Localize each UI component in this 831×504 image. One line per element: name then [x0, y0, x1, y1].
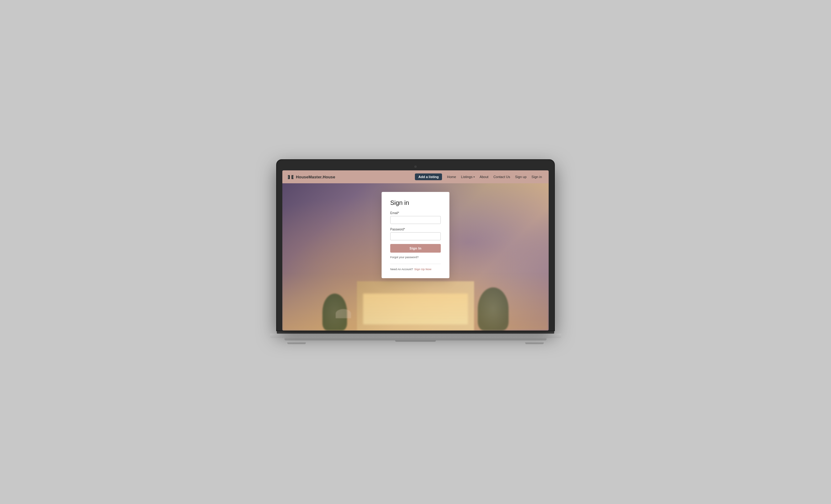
brand-logo-icon [287, 173, 294, 180]
email-label: Email* [390, 211, 441, 215]
svg-rect-3 [292, 176, 293, 178]
laptop-foot-right [525, 342, 544, 344]
page-background: Sign in Email* Password* Sign In Forgot … [282, 183, 549, 331]
laptop-trackpad-notch [395, 340, 436, 342]
laptop-base-middle [285, 338, 547, 340]
browser-content: HouseMaster.House Add a listing Home Lis… [282, 170, 549, 331]
brand-name: HouseMaster.House [296, 175, 335, 179]
signup-prompt: Need An Account? Sign Up Now [390, 268, 441, 271]
nav-home[interactable]: Home [445, 174, 458, 180]
nav-listings[interactable]: Listings ▾ [459, 174, 477, 180]
email-input[interactable] [390, 216, 441, 224]
webcam [414, 166, 417, 168]
brand: HouseMaster.House [287, 173, 335, 180]
laptop-base-top [270, 334, 561, 338]
password-input[interactable] [390, 232, 441, 240]
signup-now-link[interactable]: Sign Up Now [414, 268, 432, 271]
nav-contact[interactable]: Contact Us [492, 174, 512, 180]
laptop-frame: HouseMaster.House Add a listing Home Lis… [277, 160, 554, 344]
laptop-foot-left [287, 342, 306, 344]
laptop-base [270, 334, 561, 344]
navbar: HouseMaster.House Add a listing Home Lis… [282, 170, 549, 183]
password-label: Password* [390, 228, 441, 231]
laptop-screen: HouseMaster.House Add a listing Home Lis… [282, 170, 549, 331]
listings-chevron-icon: ▾ [474, 176, 475, 178]
laptop-feet [287, 342, 544, 344]
trees-right [478, 288, 509, 331]
nav-signin[interactable]: Sign in [529, 174, 544, 180]
signin-button[interactable]: Sign In [390, 244, 441, 253]
divider [390, 264, 441, 264]
laptop-hinge [277, 331, 554, 334]
nav-links: Add a listing Home Listings ▾ About Cont… [415, 173, 544, 180]
add-listing-button[interactable]: Add a listing [415, 173, 442, 180]
forgot-password-link[interactable]: Forgot your password? [390, 256, 441, 259]
umbrella [336, 309, 351, 318]
screen-bezel: HouseMaster.House Add a listing Home Lis… [277, 160, 554, 331]
nav-signup[interactable]: Sign up [513, 174, 528, 180]
need-account-text: Need An Account? [390, 268, 413, 271]
signin-title: Sign in [390, 199, 441, 206]
svg-rect-2 [288, 176, 289, 178]
signin-card: Sign in Email* Password* Sign In Forgot … [381, 192, 450, 278]
house-windows [363, 294, 468, 324]
nav-about[interactable]: About [478, 174, 490, 180]
